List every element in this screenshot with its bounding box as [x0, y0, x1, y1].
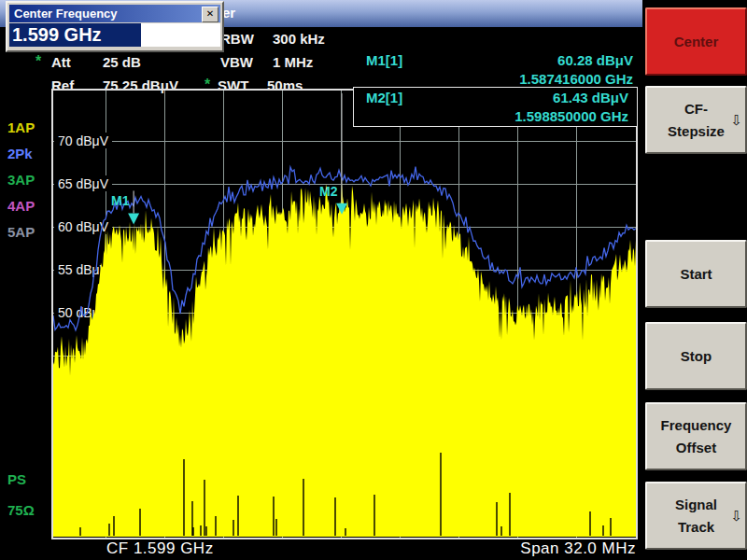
frequency-offset-softkey[interactable]: Frequency Offset: [645, 402, 747, 470]
marker2-level: 61.43 dBμV: [438, 90, 628, 105]
marker2-name: M2[1]: [366, 90, 402, 105]
svg-text:M1: M1: [111, 193, 130, 208]
marker-m2[interactable]: M2: [319, 93, 347, 215]
spectrum-plot: 70 dBμV65 dBμV60 dBμV55 dBμV50 dBμVM1M2: [0, 0, 644, 560]
svg-text:M2: M2: [319, 184, 338, 199]
submenu-arrow-icon: ⇩: [730, 505, 742, 527]
center-frequency-input[interactable]: 1.599 GHz: [9, 23, 220, 47]
cf-stepsize-softkey[interactable]: CF- Stepsize⇩: [645, 86, 747, 154]
start-softkey[interactable]: Start: [645, 240, 747, 308]
signal-track-softkey[interactable]: Signal Track⇩: [645, 482, 747, 550]
svg-text:65 dBμV: 65 dBμV: [58, 176, 109, 191]
active-marker-readout-box: M2[1] 61.43 dBμV 1.598850000 GHz: [353, 87, 638, 127]
submenu-arrow-icon: ⇩: [730, 109, 742, 132]
close-icon[interactable]: ✕: [202, 7, 218, 22]
center-frequency-dialog: Center Frequency ✕ 1.599 GHz: [6, 1, 224, 52]
svg-text:70 dBμV: 70 dBμV: [58, 133, 109, 148]
stop-softkey[interactable]: Stop: [645, 322, 747, 390]
marker-m1[interactable]: M1: [111, 190, 139, 224]
dialog-title: Center Frequency: [14, 7, 118, 21]
marker2-frequency: 1.598850000 GHz: [438, 108, 628, 124]
center-softkey[interactable]: Center: [645, 7, 747, 76]
center-frequency-value: 1.599 GHz: [9, 23, 141, 47]
trace-yellow: [53, 184, 636, 538]
dialog-title-bar[interactable]: Center Frequency ✕: [9, 5, 220, 22]
